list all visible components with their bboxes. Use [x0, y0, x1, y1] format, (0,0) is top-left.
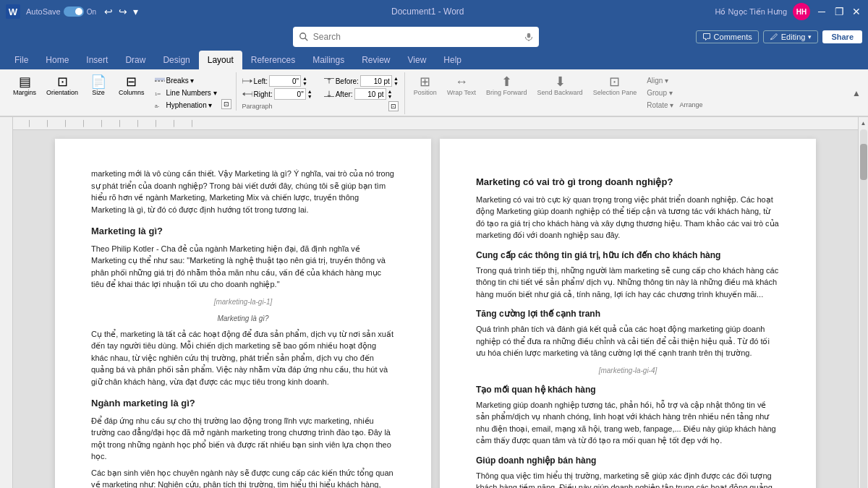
position-button[interactable]: ⊞ Position [409, 72, 441, 99]
selection-pane-button[interactable]: ⊡ Selection Pane [589, 72, 642, 99]
p2-left: Cụ thể, marketing là tất cả các hoạt độn… [91, 328, 395, 388]
p5-right: Thông qua việc tìm hiểu thị trường, mark… [476, 470, 780, 489]
paragraph-group-label: Paragraph [242, 103, 273, 110]
svg-marker-12 [242, 92, 245, 95]
editing-button[interactable]: Editing ▾ [763, 30, 819, 43]
orientation-label: Orientation [46, 89, 78, 96]
bring-forward-icon: ⬆ [501, 75, 512, 88]
paragraph-launcher[interactable]: ⊡ [388, 101, 399, 111]
ribbon: File Home Insert Draw Design Layout Refe… [0, 51, 868, 117]
spacing-after-arrows[interactable]: ▲▼ [388, 89, 393, 99]
horizontal-ruler: ││││││││││ [13, 117, 858, 130]
autosave-state: On [87, 8, 96, 16]
microphone-icon [524, 33, 533, 41]
ribbon-collapse-button[interactable]: ▲ [849, 85, 864, 101]
indent-left-row: Left: ▲▼ [242, 75, 312, 87]
tab-insert[interactable]: Insert [77, 51, 116, 69]
rotate-label: Rotate ▾ [647, 101, 673, 109]
share-button[interactable]: Share [822, 30, 862, 43]
search-input[interactable] [313, 32, 520, 42]
ph1-right: [marketing-la-gi-4] [476, 365, 780, 376]
size-button[interactable]: 📄 Size [84, 72, 113, 99]
svg-line-1 [305, 38, 308, 41]
send-backward-label: Send Backward [537, 89, 583, 96]
title-bar-left: W AutoSave On ↩ ↪ ▾ [6, 4, 140, 19]
h1-left: Marketing là gì? [91, 224, 395, 239]
tab-draw[interactable]: Draw [116, 51, 154, 69]
tab-home[interactable]: Home [37, 51, 77, 69]
indent-left-icon [242, 77, 252, 85]
hyphenation-icon: a- [155, 102, 165, 109]
ribbon-content: ▤ Margins ⊡ Orientation 📄 Size ⊟ Columns [0, 69, 868, 116]
h3-right: Tăng cường lợi thế cạnh tranh [476, 307, 780, 320]
selection-pane-icon: ⊡ [609, 75, 620, 88]
spacing-before-icon [324, 77, 334, 85]
align-button[interactable]: Align ▾ [644, 75, 676, 86]
page-setup-launcher[interactable]: ⊡ [221, 99, 231, 109]
scroll-thumb[interactable] [860, 144, 867, 180]
columns-button[interactable]: ⊟ Columns [114, 72, 149, 99]
indent-right-input[interactable] [274, 88, 306, 100]
scroll-track[interactable] [860, 129, 867, 488]
tab-view[interactable]: View [399, 51, 435, 69]
rotate-button[interactable]: Rotate ▾ [644, 100, 676, 111]
minimize-button[interactable]: ─ [816, 6, 827, 17]
indent-left-label: Left: [254, 77, 268, 85]
user-name: Hồ Ngọc Tiến Hưng [715, 7, 787, 17]
comments-button[interactable]: Comments [696, 30, 759, 43]
line-numbers-button[interactable]: 1═ Line Numbers ▾ [152, 87, 220, 98]
toggle-knob [75, 8, 82, 15]
bring-forward-label: Bring Forward [486, 89, 527, 96]
indent-left-arrows[interactable]: ▲▼ [302, 76, 307, 86]
wrap-text-button[interactable]: ↔ Wrap Text [443, 72, 480, 99]
selection-pane-label: Selection Pane [593, 89, 637, 96]
close-button[interactable]: ✕ [851, 6, 862, 17]
vertical-scrollbar[interactable]: ▲ ▼ [858, 117, 868, 488]
breaks-button[interactable]: Breaks ▾ [152, 75, 220, 86]
p4-right: Marketing giúp doanh nghiệp tương tác, p… [476, 399, 780, 447]
tab-review[interactable]: Review [353, 51, 399, 69]
tab-mailings[interactable]: Mailings [304, 51, 353, 69]
tab-layout[interactable]: Layout [199, 51, 242, 69]
spacing-before-arrows[interactable]: ▲▼ [393, 76, 399, 86]
search-bar[interactable] [293, 27, 539, 47]
restore-button[interactable]: ❐ [833, 6, 845, 17]
group-button[interactable]: Group ▾ [644, 87, 676, 98]
orientation-button[interactable]: ⊡ Orientation [42, 72, 82, 99]
tab-help[interactable]: Help [435, 51, 470, 69]
autosave-label: AutoSave [26, 7, 61, 16]
hyphenation-button[interactable]: a- Hyphenation ▾ [152, 100, 220, 111]
svg-rect-5 [155, 77, 165, 80]
tab-file[interactable]: File [6, 51, 37, 69]
margins-button[interactable]: ▤ Margins [9, 72, 41, 99]
indent-left-input[interactable] [269, 75, 301, 87]
spacing-after-icon [324, 90, 334, 98]
scroll-up-button[interactable]: ▲ [859, 119, 868, 128]
pencil-icon [770, 33, 778, 41]
indent-right-arrows[interactable]: ▲▼ [307, 89, 312, 99]
position-icon: ⊞ [420, 75, 430, 88]
autosave-toggle[interactable]: AutoSave On [26, 7, 96, 17]
p3-right: Quá trình phân tích và đánh giá kết quả … [476, 323, 780, 359]
autosave-toggle-switch[interactable] [64, 7, 84, 17]
undo-button[interactable]: ↩ [102, 4, 115, 19]
bring-forward-button[interactable]: ⬆ Bring Forward [482, 72, 532, 99]
tab-design[interactable]: Design [154, 51, 198, 69]
p3-left: Để đáp ứng nhu cầu sự cho thị trường lao… [91, 415, 395, 463]
redo-button[interactable]: ↪ [116, 4, 129, 19]
hyphenation-label: Hyphenation ▾ [166, 101, 213, 109]
spacing-after-input[interactable] [354, 88, 386, 100]
more-button[interactable]: ▾ [131, 4, 140, 19]
line-numbers-label: Line Numbers ▾ [166, 89, 217, 97]
ph1-caption: Marketing là gì? [91, 313, 395, 324]
tab-references[interactable]: References [242, 51, 304, 69]
spacing-before-input[interactable] [360, 75, 392, 87]
send-backward-button[interactable]: ⬇ Send Backward [533, 72, 587, 99]
h1-right: Marketing có vai trò gì trong doanh nghi… [476, 175, 780, 189]
spacing-after-label: After: [336, 90, 353, 98]
left-page: marketing mới là vô cùng cần thiết. Vậy … [55, 139, 431, 488]
comment-icon [702, 33, 711, 41]
p4-left: Các bạn sinh viên học chuyên ngành này s… [91, 467, 395, 489]
indent-right-icon [242, 90, 252, 98]
doc-title: Document1 - Word [391, 7, 464, 17]
